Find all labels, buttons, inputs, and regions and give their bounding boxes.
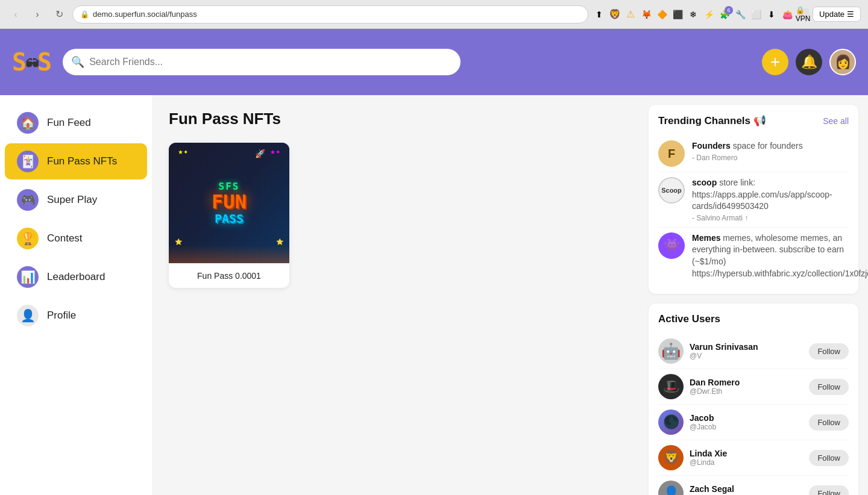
ext-icon2: ❄	[687, 8, 699, 20]
follow-zach-button[interactable]: Follow	[809, 485, 849, 495]
ext-icon5: 🔧	[734, 8, 746, 20]
zach-avatar: 👤	[658, 481, 684, 495]
zach-info: Zach Segal @Zach	[690, 484, 803, 495]
active-users-title: Active Users	[658, 313, 720, 325]
search-bar-container: 🔍	[63, 49, 461, 75]
notification-button[interactable]: 🔔	[796, 49, 822, 75]
address-bar[interactable]: 🔒 demo.superfun.social/funpass	[72, 5, 588, 23]
nft-deco-star1: ★✦	[178, 149, 188, 155]
leaderboard-icon: 📊	[17, 266, 39, 288]
update-label: Update	[819, 10, 844, 19]
dan-avatar: 🎩	[658, 374, 684, 399]
nft-card-0[interactable]: ★✦ ★✦ 🚀 SFS FUN PASS ⭐ ⭐	[169, 143, 289, 288]
bell-icon: 🔔	[801, 54, 817, 70]
sidebar-item-fun-pass-nfts[interactable]: 🃏 Fun Pass NFTs	[5, 143, 147, 179]
ext-icon3: ⚡	[703, 8, 715, 20]
sidebar-item-profile[interactable]: 👤 Profile	[5, 297, 147, 334]
linda-info: Linda Xie @Linda	[690, 449, 803, 467]
back-button[interactable]: ‹	[7, 6, 24, 23]
play-icon: 🎮	[17, 189, 39, 211]
memes-name-line: Memes memes, wholesome memes, an everyth…	[692, 232, 849, 279]
reload-button[interactable]: ↻	[51, 6, 68, 23]
nft-deco-star3: ⭐	[175, 238, 182, 245]
trending-title-text: Trending Channels 📢	[658, 114, 766, 127]
dan-info: Dan Romero @Dwr.Eth	[690, 378, 803, 396]
fox-icon: 🦊	[640, 8, 652, 20]
varun-handle: @V	[690, 352, 803, 360]
logo-f: S	[37, 48, 51, 76]
founders-desc: space for founders	[733, 141, 803, 151]
jacob-name: Jacob	[690, 413, 803, 423]
add-button[interactable]: +	[762, 49, 788, 75]
sidebar-label-super-play: Super Play	[47, 194, 97, 206]
app-container: S🕶S 🔍 + 🔔 👩 🏠 Fun Feed	[0, 29, 868, 495]
url-text: demo.superfun.social/funpass	[93, 10, 197, 19]
vpn-badge[interactable]: 🔒 VPN	[797, 8, 809, 20]
share-icon[interactable]: ⬆	[593, 8, 605, 20]
wallet-icon[interactable]: 👛	[781, 8, 793, 20]
channel-memes[interactable]: 👾 Memes memes, wholesome memes, an every…	[658, 228, 849, 284]
founders-author: - Dan Romero	[692, 154, 849, 162]
sidebar-item-super-play[interactable]: 🎮 Super Play	[5, 182, 147, 218]
scoop-name: scoop	[692, 178, 717, 187]
zach-name: Zach Segal	[690, 484, 803, 494]
see-all-link[interactable]: See all	[823, 116, 849, 126]
user-item-varun: 🤖 Varun Srinivasan @V Follow	[658, 334, 849, 369]
follow-dan-button[interactable]: Follow	[809, 379, 849, 395]
channel-scoop[interactable]: Scoop scoop store link: https://apps.app…	[658, 172, 849, 228]
nft-deco-star4: ⭐	[276, 238, 283, 245]
eth-icon: 🔶	[656, 8, 668, 20]
main-content: Fun Pass NFTs ★✦ ★✦ 🚀 SFS FUN PASS	[152, 95, 639, 495]
follow-linda-button[interactable]: Follow	[809, 450, 849, 466]
varun-name: Varun Srinivasan	[690, 342, 803, 352]
nft-pass-text: PASS	[212, 211, 247, 226]
memes-name: Memes	[692, 233, 720, 243]
sidebar-item-contest[interactable]: 🏆 Contest	[5, 220, 147, 257]
sidebar: 🏠 Fun Feed 🃏 Fun Pass NFTs 🎮 Super Play …	[0, 95, 152, 495]
follow-jacob-button[interactable]: Follow	[809, 414, 849, 431]
nft-text-overlay: SFS FUN PASS	[212, 181, 247, 226]
sidebar-label-profile: Profile	[47, 310, 76, 322]
sidebar-label-contest: Contest	[47, 232, 83, 244]
user-item-linda: 🦁 Linda Xie @Linda Follow	[658, 440, 849, 476]
scoop-avatar-inner: Scoop	[658, 177, 685, 204]
sidebar-item-leaderboard[interactable]: 📊 Leaderboard	[5, 259, 147, 295]
search-input[interactable]	[63, 49, 461, 75]
forward-button[interactable]: ›	[29, 6, 46, 23]
update-button[interactable]: Update ☰	[813, 7, 861, 22]
sidebar-icon[interactable]: ⬜	[750, 8, 762, 20]
nft-grid: ★✦ ★✦ 🚀 SFS FUN PASS ⭐ ⭐	[169, 143, 622, 288]
active-users-card: Active Users 🤖 Varun Srinivasan @V Follo…	[649, 304, 858, 495]
pass-icon: 🃏	[17, 151, 39, 172]
sidebar-label-fun-pass-nfts: Fun Pass NFTs	[47, 155, 117, 167]
follow-varun-button[interactable]: Follow	[809, 343, 849, 360]
nft-image-0: ★✦ ★✦ 🚀 SFS FUN PASS ⭐ ⭐	[169, 143, 289, 263]
nft-drips	[169, 245, 289, 263]
sidebar-label-leaderboard: Leaderboard	[47, 271, 105, 283]
dan-name: Dan Romero	[690, 378, 803, 387]
trending-channels-card: Trending Channels 📢 See all F Founders s…	[649, 105, 858, 294]
add-icon: +	[770, 52, 780, 72]
linda-name: Linda Xie	[690, 449, 803, 458]
contest-icon: 🏆	[17, 228, 39, 249]
trending-title: Trending Channels 📢	[658, 114, 766, 127]
right-panel: Trending Channels 📢 See all F Founders s…	[639, 95, 868, 495]
scoop-info: scoop store link: https://apps.apple.com…	[692, 177, 849, 222]
trending-header: Trending Channels 📢 See all	[658, 114, 849, 127]
search-icon: 🔍	[71, 55, 84, 69]
memes-avatar: 👾	[658, 232, 685, 259]
profile-icon: 👤	[17, 305, 39, 326]
sidebar-item-fun-feed[interactable]: 🏠 Fun Feed	[5, 105, 147, 141]
sidebar-label-fun-feed: Fun Feed	[47, 117, 91, 129]
user-avatar-button[interactable]: 👩	[829, 49, 856, 75]
varun-avatar: 🤖	[658, 338, 684, 364]
founders-avatar: F	[658, 140, 685, 167]
channel-founders[interactable]: F Founders space for founders - Dan Rome…	[658, 135, 849, 172]
download-icon[interactable]: ⬇	[766, 8, 778, 20]
nft-label-0: Fun Pass 0.0001	[169, 263, 289, 288]
browser-actions: ⬆ 🦁 ⚠ 🦊 🔶 ⬛ ❄ ⚡ 🧩6 🔧 ⬜ ⬇ 👛 🔒 VPN Update …	[593, 7, 861, 22]
logo: S🕶S	[12, 48, 51, 76]
memes-info: Memes memes, wholesome memes, an everyth…	[692, 232, 849, 279]
user-item-jacob: 🌑 Jacob @Jacob Follow	[658, 405, 849, 440]
logo-glasses: 🕶	[25, 57, 37, 72]
